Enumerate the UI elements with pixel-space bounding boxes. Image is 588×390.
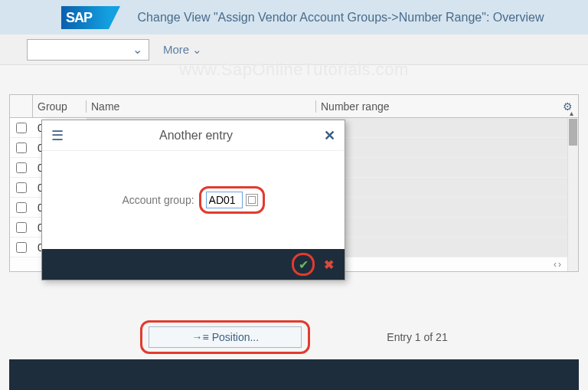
row-checkbox[interactable]: [16, 222, 27, 233]
scroll-up-icon[interactable]: ▴: [570, 109, 573, 117]
dialog-header: ☰ Another entry ✕: [42, 120, 345, 151]
position-button[interactable]: →≡ Position...: [149, 326, 302, 348]
entry-counter: Entry 1 of 21: [387, 331, 447, 343]
vertical-scrollbar[interactable]: ▴: [567, 118, 578, 271]
highlight-ring: →≡ Position...: [140, 320, 310, 354]
col-name[interactable]: Name: [87, 100, 316, 113]
logo-text: SAP: [61, 10, 92, 25]
view-select[interactable]: ⌄: [27, 39, 149, 61]
account-group-label: Account group:: [122, 194, 194, 206]
scroll-right-icon[interactable]: ›: [558, 259, 561, 270]
row-checkbox[interactable]: [16, 143, 27, 153]
menu-icon[interactable]: ☰: [51, 127, 68, 144]
row-checkbox[interactable]: [16, 162, 27, 173]
position-label: Position...: [212, 331, 259, 343]
another-entry-dialog: ☰ Another entry ✕ Account group: ✔ ✖: [41, 120, 345, 280]
app-header: SAP Change View "Assign Vendor Account G…: [0, 0, 588, 34]
status-bar: [9, 359, 579, 390]
row-checkbox[interactable]: [16, 182, 27, 193]
chevron-down-icon: ⌄: [132, 42, 142, 57]
dialog-title: Another entry: [68, 129, 324, 143]
value-help-icon[interactable]: [246, 194, 258, 206]
dialog-body: Account group:: [42, 151, 345, 249]
toolbar: ⌄ More ⌄: [0, 34, 588, 65]
scroll-thumb[interactable]: [569, 119, 577, 146]
gear-icon[interactable]: ⚙: [557, 100, 578, 113]
accept-icon[interactable]: ✔: [299, 257, 309, 272]
dialog-footer: ✔ ✖: [42, 249, 345, 280]
position-icon: →≡: [191, 331, 208, 343]
account-group-input[interactable]: [206, 192, 243, 208]
col-number-range[interactable]: Number range: [316, 100, 557, 113]
footer-area: →≡ Position... Entry 1 of 21: [0, 320, 588, 354]
close-icon[interactable]: ✕: [324, 127, 335, 144]
row-checkbox[interactable]: [16, 242, 27, 253]
col-select: [10, 95, 33, 117]
row-checkbox[interactable]: [16, 123, 27, 133]
sap-logo: SAP: [61, 6, 109, 29]
table-header: Group Name Number range ⚙: [10, 95, 578, 118]
scroll-left-icon[interactable]: ‹: [554, 259, 557, 270]
chevron-down-icon: ⌄: [192, 43, 202, 56]
cancel-icon[interactable]: ✖: [324, 257, 334, 272]
more-label: More: [163, 43, 189, 56]
col-group[interactable]: Group: [33, 100, 87, 113]
page-title: Change View "Assign Vendor Account Group…: [109, 11, 580, 25]
highlight-ring: [199, 186, 265, 214]
row-checkbox[interactable]: [16, 202, 27, 213]
more-button[interactable]: More ⌄: [163, 43, 202, 57]
highlight-ring: ✔: [292, 253, 315, 276]
